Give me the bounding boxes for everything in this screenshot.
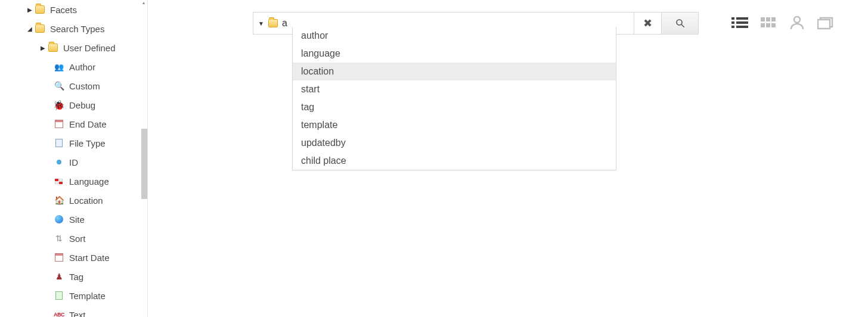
folder-icon <box>35 4 45 15</box>
tree-toggle-icon[interactable]: ▶ <box>39 45 46 51</box>
tree-item-label: Custom <box>69 81 100 91</box>
search-button[interactable] <box>662 12 699 35</box>
search-icon <box>675 18 686 29</box>
svg-rect-10 <box>771 17 776 21</box>
scroll-up-icon[interactable]: ▴ <box>140 0 147 7</box>
sidebar: ▶Facets◢Search Types▶User Defined👥Author… <box>0 0 148 317</box>
mag-icon: 🔍 <box>54 80 64 91</box>
tree-item[interactable]: Start Date <box>0 248 147 267</box>
svg-point-14 <box>794 17 800 23</box>
tree-item-label: ID <box>69 157 78 167</box>
svg-rect-13 <box>771 23 776 27</box>
tree-item-label: Location <box>69 195 103 206</box>
sorti-icon: ⇅ <box>54 233 64 244</box>
suggestion-item[interactable]: language <box>293 45 616 63</box>
folder-icon <box>48 42 58 53</box>
search-scope-dropdown-icon[interactable]: ▼ <box>253 20 265 27</box>
suggestion-item[interactable]: location <box>293 63 616 80</box>
list-view-icon <box>731 16 748 29</box>
tree-item[interactable]: Template <box>0 286 147 305</box>
svg-rect-5 <box>736 21 748 24</box>
tree-item[interactable]: File Type <box>0 133 147 153</box>
svg-rect-15 <box>818 20 830 29</box>
view-list-button[interactable] <box>731 14 749 31</box>
loc-icon: 🏠 <box>54 195 64 206</box>
tree: ▶Facets◢Search Types▶User Defined👥Author… <box>0 0 147 317</box>
user-icon <box>789 15 805 30</box>
cal-icon <box>54 252 64 263</box>
tmpl-icon <box>54 290 64 301</box>
suggestion-item[interactable]: start <box>293 80 616 98</box>
lang-icon <box>54 176 64 187</box>
svg-line-1 <box>681 24 684 27</box>
tree-item[interactable]: 👥Author <box>0 57 147 76</box>
scroll-thumb[interactable] <box>141 129 147 199</box>
svg-rect-12 <box>766 23 770 27</box>
svg-point-0 <box>677 20 682 25</box>
abc-icon: ABC <box>54 309 64 317</box>
people-icon: 👥 <box>54 61 64 72</box>
globe-icon <box>54 214 64 225</box>
tree-item[interactable]: 🔍Custom <box>0 76 147 95</box>
svg-rect-7 <box>736 26 748 28</box>
tree-item-label: Text <box>69 310 86 318</box>
svg-rect-11 <box>761 23 765 27</box>
bug-icon: 🐞 <box>54 100 64 110</box>
tree-item[interactable]: ♟Tag <box>0 267 147 286</box>
tree-item-label: Author <box>69 62 95 72</box>
svg-rect-4 <box>731 21 734 24</box>
dot-icon <box>54 157 64 167</box>
tree-item[interactable]: Site <box>0 210 147 229</box>
view-grid-button[interactable] <box>760 14 777 31</box>
tree-toggle-icon[interactable]: ▶ <box>26 7 33 13</box>
tree-item-label: Language <box>69 176 109 187</box>
suggestion-item[interactable]: template <box>293 116 616 134</box>
tree-item[interactable]: ⇅Sort <box>0 229 147 248</box>
pin-icon: ♟ <box>54 271 64 282</box>
tree-item-label: Tag <box>69 272 83 282</box>
tree-item-label: File Type <box>69 138 106 148</box>
tree-item-label: Start Date <box>69 253 110 263</box>
tree-item[interactable]: 🐞Debug <box>0 95 147 114</box>
tree-item-label: Site <box>69 215 85 225</box>
cal-icon <box>54 119 64 129</box>
tree-item-label: Sort <box>69 234 86 244</box>
suggestion-item[interactable]: author <box>293 27 616 45</box>
tree-item[interactable]: ABCText <box>0 305 147 317</box>
tree-item[interactable]: ◢Search Types <box>0 19 147 38</box>
sidebar-scrollbar[interactable]: ▴ <box>140 0 147 317</box>
filei-icon <box>54 138 64 148</box>
tree-item-label: End Date <box>69 119 107 129</box>
tree-item[interactable]: Language <box>0 172 147 191</box>
close-icon: ✖ <box>643 17 652 30</box>
svg-rect-8 <box>761 17 765 21</box>
svg-rect-6 <box>731 26 734 28</box>
tree-toggle-icon[interactable]: ◢ <box>26 26 33 32</box>
tree-item-label: Debug <box>69 100 95 110</box>
grid-view-icon <box>761 16 776 29</box>
search-suggestions-dropdown: authorlanguagelocationstarttagtemplateup… <box>292 27 616 170</box>
stack-icon <box>817 15 834 30</box>
tree-item[interactable]: End Date <box>0 114 147 133</box>
suggestion-item[interactable]: child place <box>293 152 616 170</box>
view-mode-toolbar <box>731 14 835 31</box>
svg-rect-3 <box>736 17 748 20</box>
svg-rect-2 <box>731 17 734 20</box>
tree-item[interactable]: ▶Facets <box>0 0 147 19</box>
search-scope-folder-icon <box>268 18 278 29</box>
suggestion-item[interactable]: updatedby <box>293 134 616 152</box>
tree-item-label: Search Types <box>50 24 104 34</box>
tree-item-label: Facets <box>50 5 77 15</box>
tree-item-label: Template <box>69 291 106 301</box>
tree-item[interactable]: ID <box>0 153 147 172</box>
view-user-button[interactable] <box>788 14 806 31</box>
tree-item-label: User Defined <box>63 43 116 53</box>
folder-icon <box>35 23 45 34</box>
suggestion-item[interactable]: tag <box>293 98 616 116</box>
tree-item[interactable]: 🏠Location <box>0 191 147 210</box>
svg-rect-9 <box>766 17 770 21</box>
view-stack-button[interactable] <box>817 14 835 31</box>
tree-item[interactable]: ▶User Defined <box>0 38 147 57</box>
clear-search-button[interactable]: ✖ <box>634 12 662 35</box>
